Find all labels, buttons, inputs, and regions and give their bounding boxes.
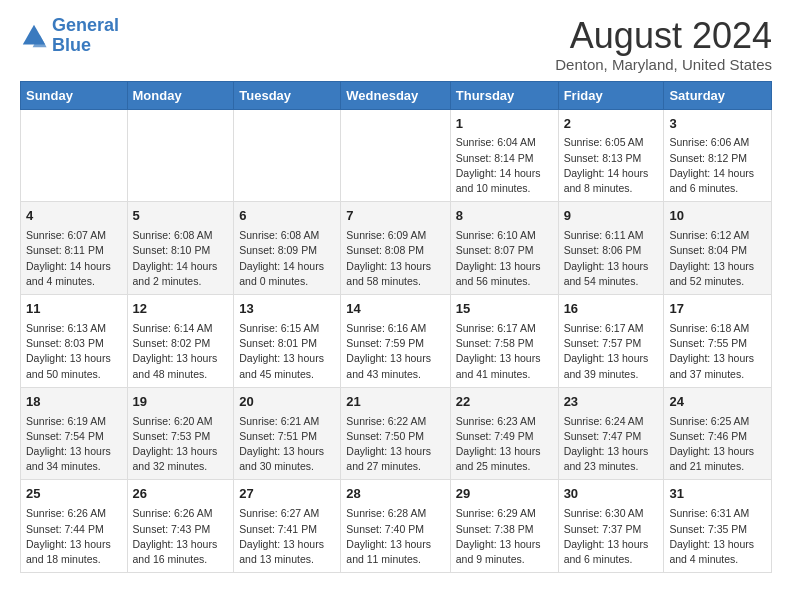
logo-line2: Blue bbox=[52, 35, 91, 55]
calendar-cell bbox=[234, 109, 341, 202]
day-info: Sunrise: 6:25 AMSunset: 7:46 PMDaylight:… bbox=[669, 414, 766, 475]
calendar-cell: 1Sunrise: 6:04 AMSunset: 8:14 PMDaylight… bbox=[450, 109, 558, 202]
day-info: Sunrise: 6:05 AMSunset: 8:13 PMDaylight:… bbox=[564, 135, 659, 196]
calendar-week-1: 1Sunrise: 6:04 AMSunset: 8:14 PMDaylight… bbox=[21, 109, 772, 202]
calendar-cell: 7Sunrise: 6:09 AMSunset: 8:08 PMDaylight… bbox=[341, 202, 450, 295]
day-info: Sunrise: 6:17 AMSunset: 7:57 PMDaylight:… bbox=[564, 321, 659, 382]
day-number: 25 bbox=[26, 485, 122, 504]
calendar-week-5: 25Sunrise: 6:26 AMSunset: 7:44 PMDayligh… bbox=[21, 480, 772, 573]
calendar-cell: 6Sunrise: 6:08 AMSunset: 8:09 PMDaylight… bbox=[234, 202, 341, 295]
logo-text: General Blue bbox=[52, 16, 119, 56]
calendar-cell: 18Sunrise: 6:19 AMSunset: 7:54 PMDayligh… bbox=[21, 387, 128, 480]
day-info: Sunrise: 6:21 AMSunset: 7:51 PMDaylight:… bbox=[239, 414, 335, 475]
calendar-header-friday: Friday bbox=[558, 81, 664, 109]
day-number: 2 bbox=[564, 115, 659, 134]
calendar-cell bbox=[127, 109, 234, 202]
calendar-cell: 21Sunrise: 6:22 AMSunset: 7:50 PMDayligh… bbox=[341, 387, 450, 480]
calendar-header-row: SundayMondayTuesdayWednesdayThursdayFrid… bbox=[21, 81, 772, 109]
day-number: 5 bbox=[133, 207, 229, 226]
day-number: 30 bbox=[564, 485, 659, 504]
calendar-header-monday: Monday bbox=[127, 81, 234, 109]
day-number: 29 bbox=[456, 485, 553, 504]
day-number: 22 bbox=[456, 393, 553, 412]
calendar-cell: 26Sunrise: 6:26 AMSunset: 7:43 PMDayligh… bbox=[127, 480, 234, 573]
calendar-cell: 15Sunrise: 6:17 AMSunset: 7:58 PMDayligh… bbox=[450, 295, 558, 388]
day-info: Sunrise: 6:11 AMSunset: 8:06 PMDaylight:… bbox=[564, 228, 659, 289]
calendar-cell: 2Sunrise: 6:05 AMSunset: 8:13 PMDaylight… bbox=[558, 109, 664, 202]
day-number: 17 bbox=[669, 300, 766, 319]
day-number: 1 bbox=[456, 115, 553, 134]
day-number: 13 bbox=[239, 300, 335, 319]
day-number: 28 bbox=[346, 485, 444, 504]
day-number: 26 bbox=[133, 485, 229, 504]
day-number: 4 bbox=[26, 207, 122, 226]
day-info: Sunrise: 6:26 AMSunset: 7:43 PMDaylight:… bbox=[133, 506, 229, 567]
day-number: 11 bbox=[26, 300, 122, 319]
main-title: August 2024 bbox=[555, 16, 772, 56]
logo-line1: General bbox=[52, 15, 119, 35]
calendar-cell: 9Sunrise: 6:11 AMSunset: 8:06 PMDaylight… bbox=[558, 202, 664, 295]
logo: General Blue bbox=[20, 16, 119, 56]
calendar-cell: 25Sunrise: 6:26 AMSunset: 7:44 PMDayligh… bbox=[21, 480, 128, 573]
calendar-cell: 3Sunrise: 6:06 AMSunset: 8:12 PMDaylight… bbox=[664, 109, 772, 202]
day-info: Sunrise: 6:15 AMSunset: 8:01 PMDaylight:… bbox=[239, 321, 335, 382]
calendar-cell: 30Sunrise: 6:30 AMSunset: 7:37 PMDayligh… bbox=[558, 480, 664, 573]
day-info: Sunrise: 6:30 AMSunset: 7:37 PMDaylight:… bbox=[564, 506, 659, 567]
calendar-week-2: 4Sunrise: 6:07 AMSunset: 8:11 PMDaylight… bbox=[21, 202, 772, 295]
day-number: 8 bbox=[456, 207, 553, 226]
calendar-header-thursday: Thursday bbox=[450, 81, 558, 109]
day-info: Sunrise: 6:13 AMSunset: 8:03 PMDaylight:… bbox=[26, 321, 122, 382]
day-number: 7 bbox=[346, 207, 444, 226]
day-info: Sunrise: 6:19 AMSunset: 7:54 PMDaylight:… bbox=[26, 414, 122, 475]
calendar-cell: 8Sunrise: 6:10 AMSunset: 8:07 PMDaylight… bbox=[450, 202, 558, 295]
day-number: 15 bbox=[456, 300, 553, 319]
day-info: Sunrise: 6:08 AMSunset: 8:09 PMDaylight:… bbox=[239, 228, 335, 289]
day-info: Sunrise: 6:20 AMSunset: 7:53 PMDaylight:… bbox=[133, 414, 229, 475]
calendar-cell: 5Sunrise: 6:08 AMSunset: 8:10 PMDaylight… bbox=[127, 202, 234, 295]
calendar-cell: 10Sunrise: 6:12 AMSunset: 8:04 PMDayligh… bbox=[664, 202, 772, 295]
calendar-cell: 17Sunrise: 6:18 AMSunset: 7:55 PMDayligh… bbox=[664, 295, 772, 388]
day-info: Sunrise: 6:28 AMSunset: 7:40 PMDaylight:… bbox=[346, 506, 444, 567]
day-info: Sunrise: 6:24 AMSunset: 7:47 PMDaylight:… bbox=[564, 414, 659, 475]
day-info: Sunrise: 6:04 AMSunset: 8:14 PMDaylight:… bbox=[456, 135, 553, 196]
calendar-week-4: 18Sunrise: 6:19 AMSunset: 7:54 PMDayligh… bbox=[21, 387, 772, 480]
day-number: 18 bbox=[26, 393, 122, 412]
calendar-cell: 19Sunrise: 6:20 AMSunset: 7:53 PMDayligh… bbox=[127, 387, 234, 480]
calendar-week-3: 11Sunrise: 6:13 AMSunset: 8:03 PMDayligh… bbox=[21, 295, 772, 388]
calendar-cell: 4Sunrise: 6:07 AMSunset: 8:11 PMDaylight… bbox=[21, 202, 128, 295]
day-number: 20 bbox=[239, 393, 335, 412]
calendar-cell: 24Sunrise: 6:25 AMSunset: 7:46 PMDayligh… bbox=[664, 387, 772, 480]
calendar-header-saturday: Saturday bbox=[664, 81, 772, 109]
day-info: Sunrise: 6:31 AMSunset: 7:35 PMDaylight:… bbox=[669, 506, 766, 567]
day-number: 9 bbox=[564, 207, 659, 226]
calendar-cell: 22Sunrise: 6:23 AMSunset: 7:49 PMDayligh… bbox=[450, 387, 558, 480]
calendar-cell: 23Sunrise: 6:24 AMSunset: 7:47 PMDayligh… bbox=[558, 387, 664, 480]
day-number: 21 bbox=[346, 393, 444, 412]
calendar-cell: 28Sunrise: 6:28 AMSunset: 7:40 PMDayligh… bbox=[341, 480, 450, 573]
day-info: Sunrise: 6:06 AMSunset: 8:12 PMDaylight:… bbox=[669, 135, 766, 196]
day-info: Sunrise: 6:14 AMSunset: 8:02 PMDaylight:… bbox=[133, 321, 229, 382]
calendar-cell: 20Sunrise: 6:21 AMSunset: 7:51 PMDayligh… bbox=[234, 387, 341, 480]
day-info: Sunrise: 6:26 AMSunset: 7:44 PMDaylight:… bbox=[26, 506, 122, 567]
day-info: Sunrise: 6:12 AMSunset: 8:04 PMDaylight:… bbox=[669, 228, 766, 289]
title-block: August 2024 Denton, Maryland, United Sta… bbox=[555, 16, 772, 73]
day-info: Sunrise: 6:09 AMSunset: 8:08 PMDaylight:… bbox=[346, 228, 444, 289]
day-info: Sunrise: 6:07 AMSunset: 8:11 PMDaylight:… bbox=[26, 228, 122, 289]
calendar-header-tuesday: Tuesday bbox=[234, 81, 341, 109]
calendar-header-wednesday: Wednesday bbox=[341, 81, 450, 109]
calendar-cell: 16Sunrise: 6:17 AMSunset: 7:57 PMDayligh… bbox=[558, 295, 664, 388]
calendar-cell: 31Sunrise: 6:31 AMSunset: 7:35 PMDayligh… bbox=[664, 480, 772, 573]
day-number: 10 bbox=[669, 207, 766, 226]
calendar-cell: 14Sunrise: 6:16 AMSunset: 7:59 PMDayligh… bbox=[341, 295, 450, 388]
calendar-cell: 29Sunrise: 6:29 AMSunset: 7:38 PMDayligh… bbox=[450, 480, 558, 573]
day-info: Sunrise: 6:22 AMSunset: 7:50 PMDaylight:… bbox=[346, 414, 444, 475]
subtitle: Denton, Maryland, United States bbox=[555, 56, 772, 73]
day-number: 23 bbox=[564, 393, 659, 412]
day-number: 16 bbox=[564, 300, 659, 319]
day-number: 31 bbox=[669, 485, 766, 504]
day-info: Sunrise: 6:23 AMSunset: 7:49 PMDaylight:… bbox=[456, 414, 553, 475]
calendar-cell: 13Sunrise: 6:15 AMSunset: 8:01 PMDayligh… bbox=[234, 295, 341, 388]
calendar-cell bbox=[21, 109, 128, 202]
day-number: 3 bbox=[669, 115, 766, 134]
day-info: Sunrise: 6:10 AMSunset: 8:07 PMDaylight:… bbox=[456, 228, 553, 289]
